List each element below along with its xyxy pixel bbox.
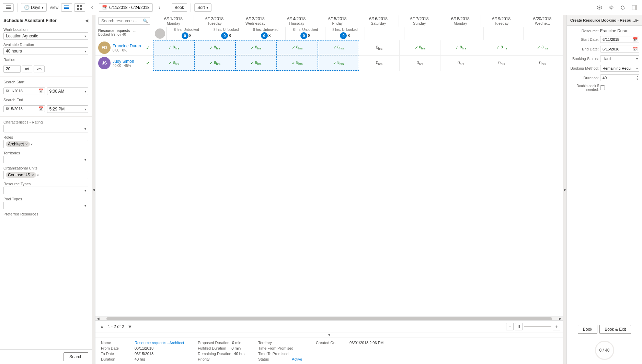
resource-cell-1-3[interactable]: ✓ 8hrs bbox=[277, 56, 318, 71]
date-col-header-3: 6/14/2018 Thursday bbox=[276, 15, 317, 27]
zoom-minus-btn[interactable]: − bbox=[506, 323, 514, 330]
radius-km-btn[interactable]: km bbox=[34, 66, 45, 72]
roles-arrow[interactable]: ▾ bbox=[31, 142, 33, 146]
resource-cell-1-6[interactable]: 0hrs bbox=[400, 56, 440, 71]
details-side-btn[interactable] bbox=[630, 3, 639, 12]
end-date-cal-icon[interactable]: 📅 bbox=[633, 47, 638, 51]
unbooked-num-0: 8 bbox=[189, 33, 192, 38]
search-resources-icon[interactable]: 🔍 bbox=[143, 19, 148, 23]
resource-cell-1-9[interactable]: 0hrs bbox=[522, 56, 563, 71]
resource-cell-1-4[interactable]: ✓ 8hrs bbox=[318, 56, 359, 71]
work-location-select[interactable]: Location Agnostic bbox=[3, 32, 88, 40]
duration-down-arrow[interactable]: ▼ bbox=[636, 78, 639, 81]
next-page-btn[interactable]: ▼ bbox=[126, 323, 134, 330]
duration-up-arrow[interactable]: ▲ bbox=[636, 75, 639, 78]
resource-cell-1-1[interactable]: ✓ 8hrs bbox=[194, 56, 236, 71]
resource-cell-1-5[interactable]: 0hrs bbox=[359, 56, 400, 71]
hrs-badge-1-3: ✓ 8hrs bbox=[292, 60, 303, 66]
resource-cell-1-2[interactable]: ✓ 8hrs bbox=[236, 56, 277, 71]
resource-form-row: Resource: Francine Duran bbox=[570, 28, 639, 33]
search-start-time-select[interactable]: 9:00 AM bbox=[47, 87, 89, 95]
characteristics-select[interactable] bbox=[3, 125, 88, 132]
expand-bottom-btn[interactable]: ▼ bbox=[95, 332, 563, 338]
details-toggle-btn[interactable] bbox=[3, 3, 14, 12]
hrs-text-1-0: 8hrs bbox=[173, 60, 179, 66]
info-status-value[interactable]: Active bbox=[292, 357, 302, 361]
info-time-from-field: Time From Promised bbox=[258, 346, 302, 350]
filter-panel-collapse-btn[interactable]: ◀ bbox=[85, 18, 88, 23]
scroll-left-btn[interactable]: ◀ bbox=[97, 317, 100, 320]
resource-name-0[interactable]: Francine Duran bbox=[113, 44, 144, 48]
resource-cell-0-0[interactable]: ✓ 8hrs bbox=[153, 40, 194, 55]
right-panel-collapse-handle[interactable]: ▶ bbox=[563, 15, 566, 364]
pause-btn[interactable]: ⏸ bbox=[515, 323, 523, 330]
radius-input[interactable] bbox=[3, 65, 21, 73]
zoom-plus-btn[interactable]: + bbox=[553, 323, 560, 330]
filter-panel: Schedule Assistant Filter ◀ Work Locatio… bbox=[0, 15, 92, 364]
resource-check-1: ✓ bbox=[146, 60, 150, 66]
prev-period-btn[interactable]: ‹ bbox=[87, 3, 97, 12]
info-name-value[interactable]: Resource requests - Architect bbox=[135, 341, 184, 345]
prev-page-btn[interactable]: ▲ bbox=[98, 323, 106, 330]
search-resources-wrapper: 🔍 bbox=[98, 17, 150, 25]
panel-book-btn[interactable]: Book bbox=[578, 325, 597, 334]
panel-book-exit-btn[interactable]: Book & Exit bbox=[599, 325, 631, 334]
refresh-btn[interactable] bbox=[618, 3, 628, 12]
booking-method-select[interactable]: Remaining Requirement Full Requirement bbox=[600, 65, 639, 72]
right-panel-expand-btn[interactable]: ▶ bbox=[635, 18, 639, 23]
date-range-display[interactable]: 📅 6/11/2018 - 6/24/2018 bbox=[99, 3, 152, 12]
resource-name-1[interactable]: Judy Simon bbox=[113, 59, 144, 64]
resource-cell-1-7[interactable]: 0hrs bbox=[440, 56, 481, 71]
resource-cell-1-0[interactable]: ✓ 8hrs bbox=[153, 56, 194, 71]
duration-input[interactable] bbox=[600, 74, 639, 81]
roles-tag-remove[interactable]: ✕ bbox=[25, 142, 28, 146]
horizontal-scrollbar[interactable] bbox=[106, 317, 552, 320]
search-resources-input[interactable] bbox=[98, 17, 150, 25]
resource-cell-1-8[interactable]: 0hrs bbox=[481, 56, 522, 71]
resource-cell-0-1[interactable]: ✓ 8hrs bbox=[194, 40, 236, 55]
territories-select[interactable] bbox=[3, 156, 88, 163]
org-units-tag-remove[interactable]: ✕ bbox=[31, 173, 34, 177]
zoom-slider[interactable] bbox=[524, 326, 551, 327]
book-btn-toolbar[interactable]: Book bbox=[172, 3, 187, 12]
available-duration-select[interactable]: 40 hours bbox=[3, 47, 88, 55]
hrs-text-0-7: 8hrs bbox=[460, 45, 466, 50]
org-units-arrow[interactable]: ▾ bbox=[37, 173, 39, 177]
unbooked-bar-0: 0 8 bbox=[182, 32, 192, 39]
preferred-resources-row: Preferred Resources bbox=[0, 211, 92, 218]
double-book-checkbox[interactable] bbox=[600, 85, 605, 90]
radius-mi-btn[interactable]: mi bbox=[22, 66, 32, 72]
booking-status-select[interactable]: Hard Soft bbox=[600, 55, 639, 62]
start-date-cal-icon[interactable]: 📅 bbox=[633, 37, 638, 42]
org-units-input[interactable]: Contoso US ✕ ▾ bbox=[3, 171, 88, 179]
search-button[interactable]: Search bbox=[64, 352, 88, 361]
settings-btn[interactable] bbox=[606, 3, 616, 12]
list-view-btn[interactable] bbox=[61, 3, 72, 12]
resource-cell-0-2[interactable]: ✓ 8hrs bbox=[236, 40, 277, 55]
roles-input[interactable]: Architect ✕ ▾ bbox=[3, 140, 88, 148]
resource-types-select[interactable] bbox=[3, 187, 88, 194]
resource-cell-0-5[interactable]: 0hrs bbox=[359, 40, 400, 55]
days-dropdown-btn[interactable]: 🕐 Days ▾ bbox=[21, 3, 47, 12]
resource-cell-0-7[interactable]: ✓ 8hrs bbox=[440, 40, 481, 55]
search-end-time-select[interactable]: 5:29 PM bbox=[47, 105, 89, 113]
resource-cell-0-4[interactable]: ✓ 8hrs bbox=[318, 40, 359, 55]
booked-hrs-label: Booked hrs: 0 / 40 bbox=[98, 33, 150, 36]
eye-btn[interactable] bbox=[595, 3, 604, 12]
pool-types-select[interactable] bbox=[3, 202, 88, 209]
search-start-cal-icon[interactable]: 📅 bbox=[38, 89, 44, 93]
hrs-check-1-0: ✓ bbox=[168, 61, 172, 66]
resource-cell-0-6[interactable]: ✓ 8hrs bbox=[400, 40, 440, 55]
resource-cell-0-9[interactable]: ✓ 8hrs bbox=[522, 40, 563, 55]
resource-cell-0-8[interactable]: ✓ 8hrs bbox=[481, 40, 522, 55]
date-col-date-0: 6/11/2018 bbox=[164, 16, 183, 21]
unbooked-zero-0: 0 bbox=[182, 32, 188, 39]
scroll-right-btn[interactable]: ▶ bbox=[559, 317, 562, 320]
view-label: View bbox=[49, 5, 58, 10]
resource-cell-0-3[interactable]: ✓ 8hrs bbox=[277, 40, 318, 55]
grid-view-btn[interactable] bbox=[74, 3, 85, 12]
next-period-btn[interactable]: › bbox=[155, 3, 164, 12]
search-end-cal-icon[interactable]: 📅 bbox=[38, 106, 44, 111]
filter-panel-collapse-handle[interactable]: ◀ bbox=[92, 15, 95, 364]
sort-btn[interactable]: Sort ▾ bbox=[194, 3, 211, 12]
